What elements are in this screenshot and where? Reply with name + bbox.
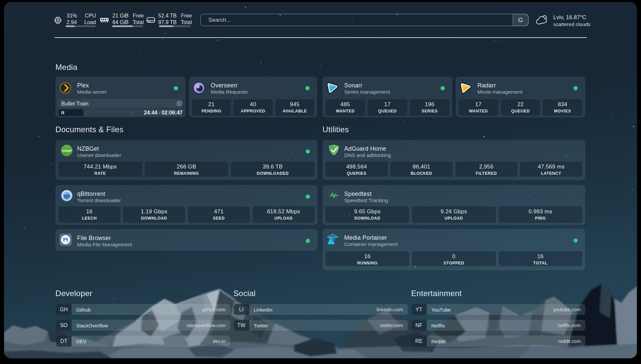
svg-text:nzbget: nzbget: [62, 149, 72, 152]
svg-text:qb: qb: [64, 193, 70, 198]
